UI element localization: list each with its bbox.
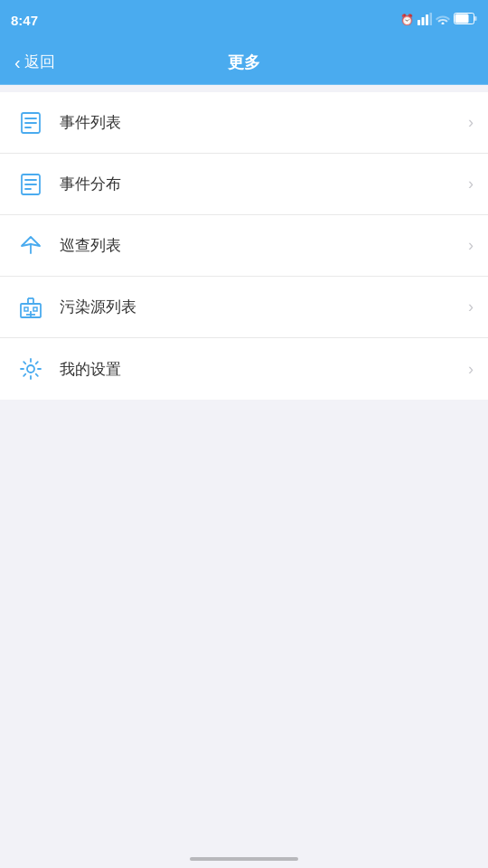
menu-list: 事件列表 › 事件分布 › 巡查列表 ›	[0, 92, 488, 400]
menu-item-incident-list[interactable]: 事件列表 ›	[0, 92, 488, 154]
battery-icon	[454, 13, 477, 27]
my-settings-label: 我的设置	[60, 359, 468, 380]
svg-point-23	[27, 365, 34, 373]
incident-list-label: 事件列表	[60, 112, 468, 133]
chevron-right-icon: ›	[468, 360, 474, 379]
menu-item-my-settings[interactable]: 我的设置 ›	[0, 338, 488, 400]
chevron-right-icon: ›	[468, 175, 474, 193]
svg-rect-0	[418, 20, 420, 25]
back-arrow-icon: ‹	[14, 53, 21, 71]
document-list-icon	[14, 107, 47, 139]
document-map-icon	[14, 168, 47, 201]
menu-item-pollution-list[interactable]: 污染源列表 ›	[0, 277, 488, 338]
pollution-list-label: 污染源列表	[60, 297, 468, 317]
menu-item-patrol-list[interactable]: 巡查列表 ›	[0, 215, 488, 277]
status-bar: 8:47 ⏰	[0, 0, 488, 40]
svg-rect-17	[33, 307, 37, 311]
nav-bar: ‹ 返回 更多	[0, 40, 488, 85]
home-indicator	[190, 857, 298, 861]
signal-icon	[418, 13, 432, 28]
menu-item-incident-distribution[interactable]: 事件分布 ›	[0, 154, 488, 215]
alarm-icon: ⏰	[400, 14, 414, 26]
svg-rect-16	[24, 307, 28, 311]
page-title: 更多	[228, 52, 260, 73]
svg-rect-1	[422, 17, 425, 25]
building-list-icon	[14, 291, 47, 324]
svg-rect-6	[474, 16, 477, 21]
chevron-right-icon: ›	[468, 113, 474, 132]
gear-icon	[14, 353, 47, 385]
back-label: 返回	[24, 52, 55, 72]
chevron-right-icon: ›	[468, 297, 474, 316]
chevron-right-icon: ›	[468, 236, 474, 255]
status-icons: ⏰	[400, 13, 477, 28]
svg-rect-3	[430, 13, 433, 25]
svg-rect-5	[455, 14, 469, 24]
status-time: 8:47	[11, 13, 38, 28]
svg-rect-2	[426, 14, 428, 25]
navigation-icon	[14, 230, 47, 262]
incident-distribution-label: 事件分布	[60, 174, 468, 194]
patrol-list-label: 巡查列表	[60, 235, 468, 256]
wifi-icon	[436, 14, 450, 27]
back-button[interactable]: ‹ 返回	[14, 52, 55, 72]
